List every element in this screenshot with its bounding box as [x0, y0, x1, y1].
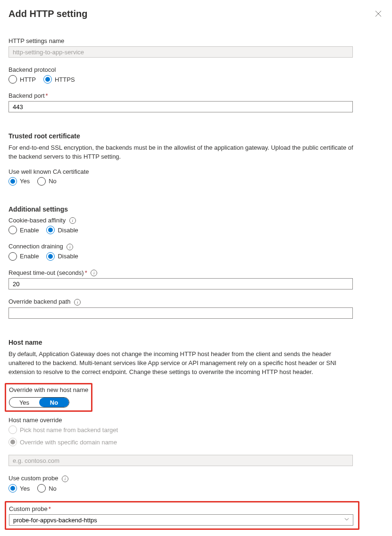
required-star-icon: *	[46, 92, 48, 99]
radio-icon	[8, 484, 17, 493]
radio-icon	[8, 438, 17, 446]
use-custom-probe-no-radio[interactable]: No	[37, 484, 57, 493]
backend-port-label: Backend port*	[8, 92, 384, 99]
custom-probe-value[interactable]	[9, 514, 353, 526]
cookie-affinity-enable-radio[interactable]: Enable	[8, 226, 39, 234]
radio-label: Yes	[20, 178, 30, 185]
radio-label: Disable	[58, 253, 78, 260]
close-icon	[375, 10, 382, 17]
radio-label: Enable	[20, 253, 39, 260]
well-known-ca-label: Use well known CA certificate	[8, 168, 384, 175]
info-icon[interactable]	[62, 476, 68, 482]
override-new-host-no[interactable]: No	[39, 398, 69, 407]
additional-settings-heading: Additional settings	[8, 205, 384, 213]
http-settings-name-input[interactable]	[8, 46, 353, 58]
radio-label: Pick host name from backend target	[20, 426, 118, 434]
override-host-name-highlight: Override with new host name Yes No	[5, 383, 92, 412]
override-backend-path-input[interactable]	[8, 307, 353, 319]
backend-protocol-label: Backend protocol	[8, 66, 384, 73]
radio-icon	[43, 75, 52, 84]
radio-icon	[37, 484, 46, 493]
radio-icon	[8, 425, 17, 434]
radio-label: No	[49, 178, 57, 185]
radio-label: No	[49, 485, 57, 492]
radio-label: Disable	[58, 227, 78, 234]
radio-icon	[8, 252, 17, 261]
radio-label: Yes	[20, 485, 30, 492]
radio-icon	[8, 226, 17, 234]
well-known-ca-no-radio[interactable]: No	[37, 177, 57, 186]
use-custom-probe-yes-radio[interactable]: Yes	[8, 484, 30, 493]
info-icon[interactable]	[69, 217, 76, 224]
backend-protocol-http-radio[interactable]: HTTP	[8, 75, 36, 84]
radio-label: Enable	[20, 227, 39, 234]
info-icon[interactable]	[91, 270, 97, 276]
page-title: Add HTTP setting	[8, 9, 87, 19]
radio-label: Override with specific domain name	[20, 439, 117, 446]
specific-domain-input	[8, 455, 353, 466]
connection-draining-disable-radio[interactable]: Disable	[46, 252, 78, 261]
cookie-affinity-disable-radio[interactable]: Disable	[46, 226, 78, 234]
connection-draining-enable-radio[interactable]: Enable	[8, 252, 39, 261]
radio-icon	[46, 226, 55, 234]
required-star-icon: *	[49, 505, 51, 512]
custom-probe-highlight: Custom probe*	[5, 501, 359, 530]
host-name-heading: Host name	[8, 339, 384, 346]
cookie-affinity-label: Cookie-based affinity	[8, 217, 384, 224]
http-settings-name-label: HTTP settings name	[8, 37, 384, 44]
trusted-root-heading: Trusted root certificate	[8, 132, 384, 140]
override-new-host-label: Override with new host name	[9, 386, 88, 393]
trusted-root-desc: For end-to-end SSL encryption, the backe…	[8, 144, 355, 162]
override-specific-domain-radio: Override with specific domain name	[8, 438, 384, 446]
radio-label: HTTPS	[55, 76, 75, 83]
host-name-override-label: Host name override	[8, 417, 384, 424]
host-name-desc: By default, Application Gateway does not…	[8, 350, 355, 377]
connection-draining-label: Connection draining	[8, 243, 384, 250]
override-new-host-toggle[interactable]: Yes No	[9, 397, 69, 408]
custom-probe-label: Custom probe*	[9, 505, 355, 512]
request-timeout-input[interactable]	[8, 278, 353, 289]
radio-icon	[8, 177, 17, 186]
info-icon[interactable]	[74, 299, 81, 306]
override-new-host-yes[interactable]: Yes	[9, 398, 39, 407]
radio-label: HTTP	[20, 76, 36, 83]
required-star-icon: *	[85, 269, 87, 276]
custom-probe-select[interactable]	[9, 514, 353, 526]
radio-icon	[8, 75, 17, 84]
request-timeout-label: Request time-out (seconds)*	[8, 269, 384, 277]
well-known-ca-yes-radio[interactable]: Yes	[8, 177, 30, 186]
close-button[interactable]	[373, 9, 384, 21]
radio-icon	[37, 177, 46, 186]
override-backend-path-label: Override backend path	[8, 298, 384, 306]
info-icon[interactable]	[67, 244, 73, 250]
pick-host-backend-radio: Pick host name from backend target	[8, 425, 384, 434]
radio-icon	[46, 252, 55, 261]
backend-port-input[interactable]	[8, 101, 353, 112]
use-custom-probe-label: Use custom probe	[8, 475, 384, 482]
backend-protocol-https-radio[interactable]: HTTPS	[43, 75, 75, 84]
